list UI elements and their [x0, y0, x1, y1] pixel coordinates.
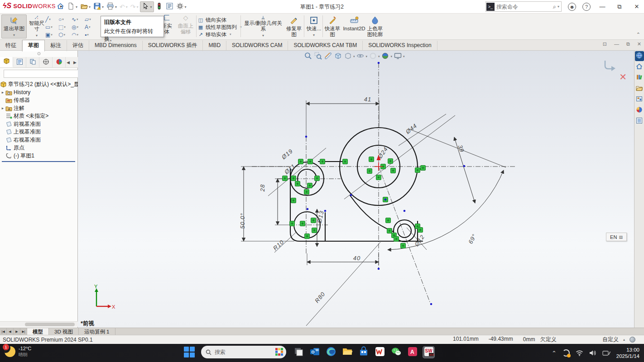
edit-appearance-button[interactable] [368, 52, 377, 61]
sketch-origin-icon[interactable] [375, 162, 383, 171]
model-tab-nav-1[interactable]: ◀ [7, 328, 14, 335]
sketch-circle[interactable] [398, 224, 411, 238]
custom-properties-tab[interactable] [635, 116, 644, 126]
instant2d-button[interactable]: Instant2D [342, 14, 366, 38]
propertymanager-tab[interactable] [13, 57, 26, 67]
tree-item[interactable]: (-) 草图1 [0, 152, 78, 160]
home-button[interactable] [55, 1, 66, 12]
sketch-relation-badge[interactable] [291, 198, 296, 203]
design-library-tab[interactable] [635, 73, 644, 83]
display-style-button[interactable] [343, 52, 352, 61]
sketch-relation-badge[interactable] [369, 157, 374, 162]
search-dropdown-icon[interactable]: ▾ [557, 5, 559, 9]
sketch-relation-badge[interactable] [394, 237, 399, 242]
sketch-canvas[interactable]: 41Ø44Ø2439Ø19Ø112850.0°Ø13R1040R80Ø1269° [78, 51, 634, 328]
model-tab-nav-3[interactable]: ▶| [20, 328, 27, 335]
save-button[interactable]: ▾ [92, 1, 105, 12]
point-tool-dropdown-icon[interactable]: ▾ [87, 33, 89, 37]
parallelogram-tool-button[interactable]: ▣▾ [45, 31, 58, 38]
display-delete-relations-button[interactable]: 显示/删除几何关系 ▾ [242, 14, 284, 38]
circle-tool-button[interactable]: ○▾ [58, 15, 72, 23]
tree-root-item[interactable]: 章节练习2 (默认) <<默认>_显 [0, 81, 78, 89]
sketch-relation-badge[interactable] [290, 221, 295, 226]
doc-restore-icon[interactable]: ⧉ [626, 41, 630, 47]
tree-item[interactable]: 原点 [0, 144, 78, 152]
linear-pattern-button[interactable]: ▦ 线性草图阵列 ▾ [197, 24, 242, 31]
smart-dimension-button[interactable]: 1 智能尺寸 ▾ [28, 14, 45, 38]
dimension-label[interactable]: 39 [457, 144, 466, 153]
arc-tool-dropdown-icon[interactable]: ▾ [77, 33, 78, 37]
circle-tool-dropdown-icon[interactable]: ▾ [62, 18, 64, 21]
smart-dimension-dropdown-icon[interactable]: ▾ [36, 33, 38, 38]
text-tool-dropdown-icon[interactable]: ▾ [89, 25, 91, 29]
tab-solidworks-inspection[interactable]: SOLIDWORKS Inspection [363, 41, 437, 50]
new-document-button[interactable]: ▾ [66, 1, 79, 12]
tray-expand-icon[interactable]: ⌃ [552, 350, 557, 357]
tree-item[interactable]: 上视基准面 [0, 128, 78, 136]
expand-arrow-icon[interactable]: ▸ [0, 106, 5, 110]
sketch-relation-badge[interactable] [315, 176, 320, 181]
file-explorer-pane-tab[interactable] [635, 84, 644, 94]
centerline[interactable] [379, 167, 430, 303]
file-properties-button[interactable] [164, 1, 175, 12]
rebuild-traffic-light-button[interactable] [154, 1, 164, 12]
tree-item[interactable]: 传感器 [0, 96, 78, 105]
close-button[interactable]: ✕ [631, 3, 642, 10]
plane-tool-dropdown-icon[interactable]: ▾ [89, 18, 91, 21]
sketch-relation-badge[interactable] [376, 175, 381, 180]
print-button[interactable]: ▾ [105, 1, 118, 12]
mirror-entities-button[interactable]: ◫ 镜向实体 [197, 16, 242, 24]
status-dropdown-icon[interactable]: ▴ [623, 338, 625, 342]
sketch-relation-badge[interactable] [391, 168, 396, 173]
arc-tool-button[interactable]: ◠▾ [72, 31, 85, 38]
taskbar-app-store[interactable] [357, 346, 370, 358]
panel-horizontal-scrollbar[interactable] [0, 321, 78, 327]
sketch-point[interactable] [350, 194, 352, 196]
repair-sketch-button[interactable]: 修复草 图 [284, 14, 303, 38]
sketch-point[interactable] [430, 303, 433, 305]
text-tool-button[interactable]: A▾ [85, 23, 98, 31]
spline-tool-dropdown-icon[interactable]: ▾ [77, 18, 78, 21]
doc-pin-icon[interactable]: ⊡ [603, 41, 607, 47]
rapid-sketch-button[interactable]: 快速草 图 [323, 14, 341, 38]
model-tab-3d-视图[interactable]: 3D 视图 [49, 328, 79, 335]
dimension-label[interactable]: 41 [364, 96, 371, 103]
taskbar-app-autocad[interactable]: A [406, 346, 418, 358]
sketch-relation-badge[interactable] [343, 159, 348, 164]
tab-标注[interactable]: 标注 [45, 40, 67, 51]
doc-close-icon[interactable]: ✕ [637, 41, 641, 47]
taskbar-clock[interactable]: 13:00 2025/1/14 [616, 347, 639, 359]
account-icon[interactable]: ☻ [568, 3, 576, 11]
graphics-viewport[interactable]: 41Ø44Ø2439Ø19Ø112850.0°Ø13R1040R80Ø1269°… [78, 51, 634, 328]
command-search-input[interactable] [496, 4, 553, 10]
tree-item[interactable]: 前视基准面 [0, 120, 78, 129]
move-entities-button[interactable]: ↗ 移动实体 ▾ [197, 31, 242, 38]
sketch-relation-badge[interactable] [308, 159, 313, 164]
dimension-label[interactable]: 40 [353, 255, 360, 262]
tree-filter-input[interactable] [4, 70, 85, 78]
hide-show-items-button[interactable] [356, 52, 365, 61]
tab-mbd[interactable]: MBD [203, 41, 226, 50]
status-globe-icon[interactable] [630, 337, 635, 343]
sketch-edge[interactable] [290, 169, 423, 241]
panel-tab-prev-icon[interactable]: ◀ [67, 60, 70, 65]
model-tab-运动算例-1[interactable]: 运动算例 1 [79, 328, 115, 335]
sketch-relation-badge[interactable] [312, 228, 317, 233]
taskbar-search-box[interactable]: 搜索 [201, 346, 286, 358]
quick-snaps-button[interactable]: 快速... ▾ [305, 14, 323, 38]
rectangle-tool-dropdown-icon[interactable]: ▾ [51, 25, 53, 29]
quick-snaps-dropdown-icon[interactable]: ▾ [313, 32, 315, 38]
sketch-point[interactable] [463, 165, 466, 167]
sketch-relation-badge[interactable] [304, 190, 309, 195]
minimize-button[interactable]: — [597, 3, 608, 10]
taskbar-weather-widget[interactable]: 1 -12°C 晴朗 [5, 346, 31, 357]
sketch-point[interactable] [307, 208, 309, 210]
model-tab-nav-0[interactable]: |◀ [0, 328, 7, 335]
dimension-label[interactable]: R10 [272, 238, 285, 252]
taskbar-app-task-view[interactable] [292, 346, 304, 358]
view-settings-dropdown-icon[interactable]: ▾ [403, 55, 405, 58]
command-search-box[interactable]: >_ ⌕ ▾ [485, 1, 562, 12]
sketch-relation-badge[interactable] [387, 229, 392, 233]
panel-tab-next-icon[interactable]: ▶ [73, 60, 77, 65]
tree-item[interactable]: 右视基准面 [0, 136, 78, 144]
